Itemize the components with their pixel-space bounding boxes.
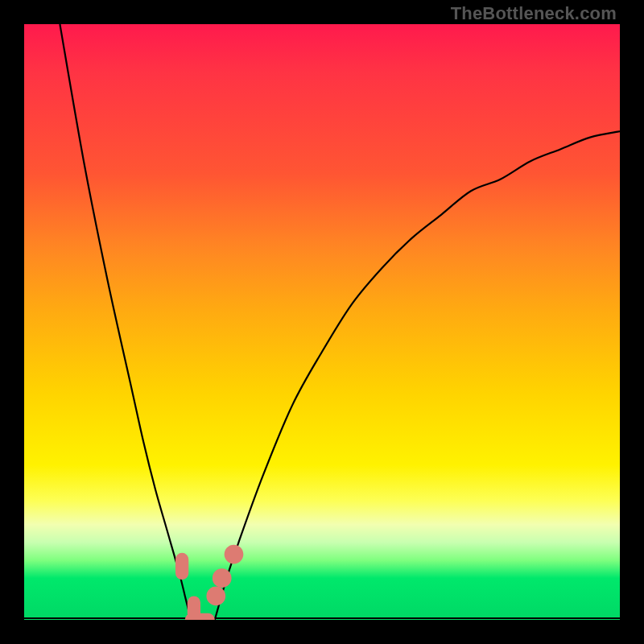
- marker-dot: [225, 545, 244, 564]
- marker-dot: [206, 587, 225, 606]
- plot-area: [24, 24, 620, 620]
- marker-dot: [213, 568, 232, 588]
- left-curve: [60, 24, 191, 620]
- marker-pill: [175, 553, 188, 580]
- marker-pill: [185, 613, 215, 620]
- chart-frame: TheBottleneck.com: [0, 0, 644, 644]
- chart-svg: [24, 24, 620, 620]
- markers-group: [175, 545, 243, 620]
- right-curve: [215, 131, 620, 620]
- watermark-text: TheBottleneck.com: [451, 3, 617, 24]
